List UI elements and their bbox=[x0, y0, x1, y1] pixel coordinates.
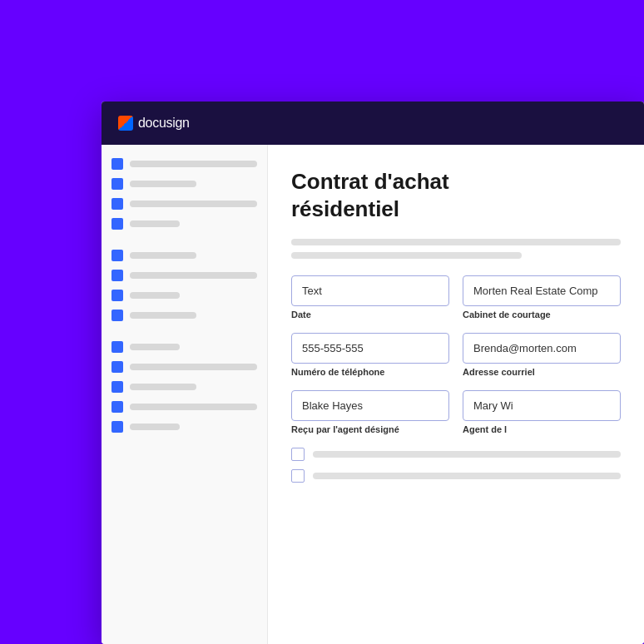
sidebar-label-4 bbox=[130, 220, 180, 227]
sidebar-item-11[interactable] bbox=[111, 381, 257, 393]
agent-label: Reçu par l'agent désigné bbox=[291, 424, 449, 434]
phone-label: Numéro de téléphone bbox=[291, 367, 449, 377]
form-group-email: Adresse courriel bbox=[463, 333, 621, 377]
sidebar-item-5[interactable] bbox=[111, 250, 257, 261]
sidebar-item-8[interactable] bbox=[111, 310, 257, 321]
form-group-brokerage: Cabinet de courtage bbox=[463, 275, 621, 320]
sidebar-icon-2 bbox=[111, 178, 123, 190]
sidebar-item-10[interactable] bbox=[111, 361, 257, 373]
sidebar-label-2 bbox=[130, 181, 196, 187]
checkbox-row-2 bbox=[291, 469, 621, 483]
sidebar-icon-3 bbox=[111, 198, 123, 210]
logo-text: docusign bbox=[138, 116, 190, 131]
sidebar-icon-5 bbox=[111, 250, 123, 261]
sidebar-item-9[interactable] bbox=[111, 341, 257, 353]
document-area: Contrat d'achat résidentiel Date Cabinet… bbox=[268, 145, 644, 644]
sidebar-label-8 bbox=[130, 312, 196, 319]
sidebar-icon-8 bbox=[111, 310, 123, 321]
sidebar-section-3 bbox=[111, 341, 257, 433]
document-title: Contrat d'achat résidentiel bbox=[291, 168, 621, 222]
agent-input[interactable] bbox=[291, 390, 449, 421]
checkbox-row-1 bbox=[291, 448, 621, 461]
sidebar-item-12[interactable] bbox=[111, 401, 257, 413]
checkbox-2[interactable] bbox=[291, 469, 305, 483]
form-row-1: Date Cabinet de courtage bbox=[291, 275, 621, 320]
sidebar-label-1 bbox=[130, 161, 257, 167]
checkbox-section bbox=[291, 448, 621, 483]
sidebar-label-9 bbox=[130, 344, 180, 350]
phone-input[interactable] bbox=[291, 333, 449, 364]
sidebar-label-11 bbox=[130, 384, 196, 390]
sidebar-icon-12 bbox=[111, 401, 123, 413]
nav-bar: docusign bbox=[102, 102, 644, 145]
agent2-label: Agent de l bbox=[463, 424, 621, 434]
sidebar-label-5 bbox=[130, 252, 196, 259]
form-group-agent: Reçu par l'agent désigné bbox=[291, 390, 449, 434]
sidebar-item-1[interactable] bbox=[111, 158, 257, 170]
checkbox-1[interactable] bbox=[291, 448, 305, 461]
sidebar-icon-11 bbox=[111, 381, 123, 393]
agent2-input[interactable] bbox=[463, 390, 621, 421]
date-label: Date bbox=[291, 310, 449, 320]
form-group-date: Date bbox=[291, 275, 449, 320]
sidebar bbox=[102, 145, 268, 644]
sidebar-icon-9 bbox=[111, 341, 123, 353]
doc-line-1 bbox=[291, 239, 621, 245]
form-row-2: Numéro de téléphone Adresse courriel bbox=[291, 333, 621, 377]
email-label: Adresse courriel bbox=[463, 367, 621, 377]
sidebar-label-7 bbox=[130, 292, 180, 299]
sidebar-section-1 bbox=[111, 158, 257, 230]
logo-container: docusign bbox=[118, 116, 190, 131]
main-content: Contrat d'achat résidentiel Date Cabinet… bbox=[102, 145, 644, 644]
brokerage-label: Cabinet de courtage bbox=[463, 310, 621, 320]
checkbox-line-1 bbox=[313, 451, 621, 458]
email-input[interactable] bbox=[463, 333, 621, 364]
sidebar-label-12 bbox=[130, 404, 257, 410]
sidebar-item-3[interactable] bbox=[111, 198, 257, 210]
sidebar-label-13 bbox=[130, 424, 180, 430]
form-group-phone: Numéro de téléphone bbox=[291, 333, 449, 377]
sidebar-item-6[interactable] bbox=[111, 270, 257, 281]
app-window: docusign bbox=[102, 102, 644, 644]
sidebar-label-3 bbox=[130, 201, 257, 207]
docusign-logo-icon bbox=[118, 116, 133, 131]
sidebar-icon-1 bbox=[111, 158, 123, 170]
sidebar-label-6 bbox=[130, 272, 257, 279]
sidebar-icon-7 bbox=[111, 290, 123, 301]
sidebar-item-4[interactable] bbox=[111, 218, 257, 230]
checkbox-line-2 bbox=[313, 473, 621, 479]
sidebar-item-2[interactable] bbox=[111, 178, 257, 190]
brokerage-input[interactable] bbox=[463, 275, 621, 306]
sidebar-icon-4 bbox=[111, 218, 123, 230]
form-group-agent2: Agent de l bbox=[463, 390, 621, 434]
sidebar-label-10 bbox=[130, 364, 257, 370]
sidebar-icon-6 bbox=[111, 270, 123, 281]
sidebar-icon-13 bbox=[111, 421, 123, 433]
doc-line-2 bbox=[291, 252, 522, 259]
form-row-3: Reçu par l'agent désigné Agent de l bbox=[291, 390, 621, 434]
document-lines bbox=[291, 239, 621, 259]
sidebar-item-7[interactable] bbox=[111, 290, 257, 301]
date-input[interactable] bbox=[291, 275, 449, 306]
sidebar-section-2 bbox=[111, 250, 257, 321]
sidebar-item-13[interactable] bbox=[111, 421, 257, 433]
sidebar-icon-10 bbox=[111, 361, 123, 373]
